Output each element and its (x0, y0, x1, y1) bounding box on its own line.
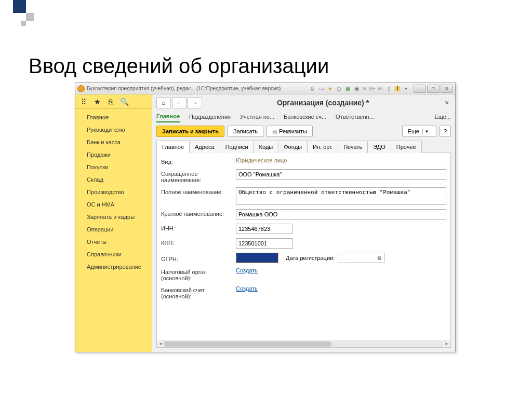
sections-icon[interactable]: ⠿ (79, 98, 88, 106)
sidebar-item-admin[interactable]: Администрирование (75, 260, 152, 273)
scroll-right-icon[interactable]: ► (443, 341, 450, 347)
vid-label: Вид: (161, 157, 236, 165)
inner-tab-funds[interactable]: Фонды (278, 141, 308, 153)
print-icon[interactable]: ⎙ (309, 85, 316, 92)
brief-name-label: Краткое наименование: (161, 209, 236, 217)
full-name-input[interactable]: Общество с ограниченной ответственностью… (236, 187, 446, 205)
search-icon[interactable]: 🔍 (120, 98, 128, 106)
inner-tab-edo[interactable]: ЭДО (367, 141, 391, 153)
inner-tab-other[interactable]: Прочее (391, 141, 422, 153)
sidebar-item-assets[interactable]: ОС и НМА (75, 198, 152, 211)
app-window: Бухгалтерия предприятия (учебная), редак… (75, 83, 456, 352)
inner-tabs: Главное Адреса Подписи Коды Фонды Ин. ор… (156, 140, 451, 153)
browse-icon[interactable]: ▭ (317, 85, 325, 92)
scale-mplus-icon[interactable]: M+ (368, 86, 376, 91)
panel-icon[interactable]: ▯ (385, 85, 393, 92)
vid-value[interactable]: Юридическое лицо (236, 157, 287, 163)
calendar-icon[interactable]: ▣ (353, 85, 360, 92)
reg-date-input[interactable]: . . ▦ (338, 253, 384, 263)
section-tab-bank[interactable]: Банковские сч... (284, 112, 326, 122)
scroll-left-icon[interactable]: ◄ (157, 341, 164, 347)
short-name-input[interactable] (236, 169, 446, 180)
favorite-icon[interactable]: ★ (326, 85, 334, 92)
forward-button[interactable]: → (188, 97, 202, 108)
sidebar-item-sales[interactable]: Продажи (75, 148, 152, 161)
write-button[interactable]: Записать (228, 126, 263, 137)
kpp-label: КПП: (161, 238, 236, 246)
inner-tab-addresses[interactable]: Адреса (189, 141, 220, 153)
sidebar-items: Главное Руководителю Банк и касса Продаж… (75, 109, 152, 352)
favorites-icon[interactable]: ★ (93, 98, 101, 106)
scale-m-icon[interactable]: M (362, 86, 367, 91)
section-tab-more[interactable]: Еще... (434, 112, 451, 122)
section-tab-main[interactable]: Главное (156, 111, 180, 122)
sidebar-item-main[interactable]: Главное (75, 111, 152, 123)
info-icon[interactable]: i (394, 86, 401, 92)
ogrn-input[interactable] (236, 253, 278, 263)
tab-close-icon[interactable]: × (443, 99, 451, 107)
inner-tab-print[interactable]: Печать (338, 141, 368, 153)
inner-tab-main[interactable]: Главное (156, 141, 190, 153)
main-panel: ⌂ ← → Организация (создание) * × Главное… (152, 94, 455, 352)
tax-label: Налоговый орган (основной): (161, 267, 236, 281)
sidebar-toolbar: ⠿ ★ ⎘ 🔍 (75, 94, 152, 109)
brief-name-input[interactable] (236, 209, 446, 219)
ogrn-label: ОГРН: (161, 254, 236, 262)
titlebar-text: Бухгалтерия предприятия (учебная), редак… (87, 86, 309, 91)
shortcut-icon[interactable]: ⎘ (107, 98, 115, 106)
page-title: Организация (создание) * (203, 99, 443, 107)
dropdown-icon[interactable]: ▾ (402, 85, 409, 92)
inner-tab-foreign[interactable]: Ин. орг. (307, 141, 338, 153)
calculator-icon[interactable]: ▦ (344, 85, 351, 92)
sidebar-item-reports[interactable]: Отчеты (75, 236, 152, 248)
sidebar-item-warehouse[interactable]: Склад (75, 173, 152, 186)
window-titlebar: Бухгалтерия предприятия (учебная), редак… (75, 83, 455, 94)
app-icon (77, 85, 85, 92)
horizontal-scrollbar[interactable]: ◄ ► (157, 340, 450, 347)
inn-input[interactable] (236, 224, 293, 234)
tax-create-link[interactable]: Создать (236, 267, 258, 273)
sidebar-item-purchases[interactable]: Покупки (75, 161, 152, 173)
inner-tab-signatures[interactable]: Подписи (220, 141, 254, 153)
inner-tab-codes[interactable]: Коды (254, 141, 279, 153)
full-name-label: Полное наименование: (161, 187, 236, 195)
sidebar-item-operations[interactable]: Операции (75, 223, 152, 236)
bank-create-link[interactable]: Создать (236, 285, 258, 292)
window-controls: — □ ✕ (413, 85, 453, 93)
section-tab-responsible[interactable]: Ответственн... (336, 112, 374, 122)
bank-label: Банковский счет (основной): (161, 285, 236, 299)
back-button[interactable]: ← (172, 97, 187, 108)
more-button[interactable]: Еще▼ (402, 126, 436, 137)
write-close-button[interactable]: Записать и закрыть (156, 126, 224, 137)
close-button[interactable]: ✕ (441, 85, 453, 93)
minimize-button[interactable]: — (414, 85, 426, 93)
sidebar-item-references[interactable]: Справочники (75, 248, 152, 260)
sidebar-item-manager[interactable]: Руководителю (75, 123, 152, 136)
short-name-label: Сокращенное наименование: (161, 169, 236, 183)
maximize-button[interactable]: □ (427, 85, 440, 93)
section-tabs: Главное Подразделения Учетная по... Банк… (152, 111, 455, 122)
reg-date-label: Дата регистрации: (286, 255, 335, 261)
sidebar: ⠿ ★ ⎘ 🔍 Главное Руководителю Банк и касс… (75, 94, 152, 352)
scale-mminus-icon[interactable]: M- (378, 86, 384, 91)
sidebar-item-bank[interactable]: Банк и касса (75, 136, 152, 148)
titlebar-toolbar: ⎙ ▭ ★ ◷ ▦ ▣ M M+ M- ▯ i ▾ (309, 85, 409, 92)
home-button[interactable]: ⌂ (156, 97, 171, 108)
slide-title: Ввод сведений об организации (29, 54, 329, 78)
calendar-icon[interactable]: ▦ (377, 255, 382, 260)
chevron-down-icon: ▼ (422, 129, 431, 134)
kpp-input[interactable] (236, 238, 293, 249)
history-icon[interactable]: ◷ (335, 85, 342, 92)
form-area: Вид: Юридическое лицо Сокращенное наимен… (156, 153, 451, 348)
help-button[interactable]: ? (440, 126, 451, 137)
action-toolbar: Записать и закрыть Записать Реквизиты Ещ… (152, 122, 455, 140)
section-tab-divisions[interactable]: Подразделения (189, 112, 231, 122)
sidebar-item-production[interactable]: Производство (75, 186, 152, 198)
inn-label: ИНН: (161, 224, 236, 231)
nav-row: ⌂ ← → Организация (создание) * × (152, 94, 455, 111)
sidebar-item-salary[interactable]: Зарплата и кадры (75, 211, 152, 223)
requisites-button[interactable]: Реквизиты (267, 126, 313, 137)
section-tab-policy[interactable]: Учетная по... (240, 112, 274, 122)
reg-date-value: . . (340, 255, 345, 261)
